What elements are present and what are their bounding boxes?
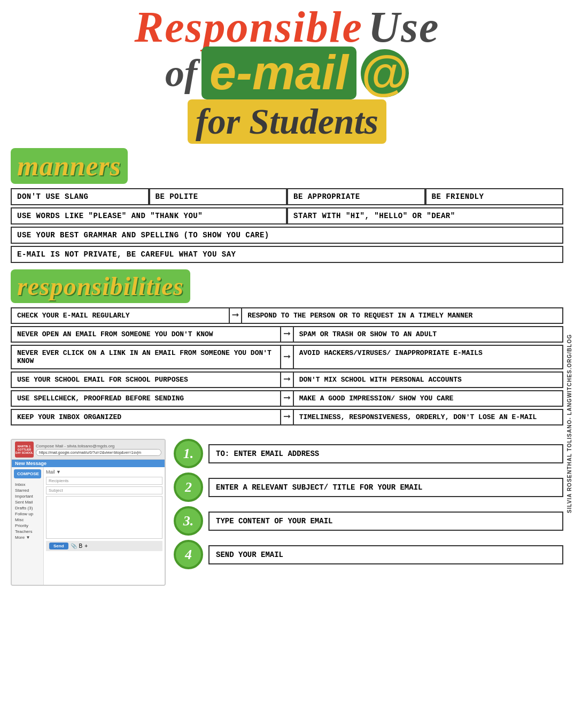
- resp-title-block: responsibilities: [11, 269, 190, 303]
- email-bottom-bar: Send 📎 B +: [46, 541, 162, 551]
- sidebar-important[interactable]: Important: [14, 493, 41, 499]
- step-row-1: 1. TO: ENTER EMAIL ADDRESS: [174, 439, 563, 468]
- resp-row-0: NEVER OPEN AN EMAIL FROM SOMEONE YOU DON…: [11, 326, 563, 343]
- manners-row3: USE YOUR BEST GRAMMAR AND SPELLING (TO S…: [11, 227, 563, 244]
- school-logo-text: MARTIN J. GOTTLIEB DAY SCHOOL: [15, 445, 34, 454]
- resp-left-4: KEEP YOUR INBOX ORGANIZED: [11, 409, 281, 425]
- url-bar: https://mail.google.com/mail/u/0/?ui=2&v…: [36, 449, 161, 456]
- compose-title: Compose Mail - silvia.tolisano@mgds.org: [36, 444, 161, 448]
- title-at-sign: @: [361, 49, 409, 97]
- sidebar-more[interactable]: More ▼: [14, 535, 41, 540]
- manners-section: manners DON'T USE SLANG BE POLITE BE APP…: [0, 144, 574, 263]
- manners-be-appropriate: BE APPROPRIATE: [287, 188, 425, 205]
- recipients-field[interactable]: Recipients: [46, 477, 162, 485]
- manners-title-text: manners: [17, 151, 121, 181]
- title-responsible: Responsible: [134, 5, 362, 49]
- resp-row-3: USE SPELLCHECK, PROOFREAD BEFORE SENDING…: [11, 390, 563, 407]
- step-circle-3: 3.: [174, 506, 203, 536]
- step-circle-4: 4: [174, 540, 203, 569]
- sidebar-priority[interactable]: Priority: [14, 523, 41, 529]
- side-text: SILVIA ROSENTHAL TOLISANO- LANGWITCHES.O…: [567, 321, 574, 513]
- email-topbar: MARTIN J. GOTTLIEB DAY SCHOOL Compose Ma…: [12, 440, 165, 460]
- step-text-1: TO: ENTER EMAIL ADDRESS: [208, 444, 563, 463]
- bottom-section: MARTIN J. GOTTLIEB DAY SCHOOL Compose Ma…: [0, 431, 574, 594]
- resp-check-email: CHECK YOUR E-MAIL REGULARLY: [11, 307, 230, 324]
- sidebar-misc[interactable]: Misc: [14, 517, 41, 523]
- send-button[interactable]: Send: [49, 543, 68, 549]
- resp-respond-timely: RESPOND TO THE PERSON OR TO REQUEST IN A…: [241, 307, 563, 324]
- sidebar-drafts[interactable]: Drafts (3): [14, 505, 41, 511]
- sidebar-inbox[interactable]: Inbox: [14, 482, 41, 487]
- resp-row-1: NEVER EVER CLICK ON A LINK IN AN EMAIL F…: [11, 345, 563, 369]
- resp-left-2: USE YOUR SCHOOL EMAIL FOR SCHOOL PURPOSE…: [11, 371, 281, 388]
- mail-label: Mail ▼: [46, 469, 162, 475]
- manners-please-thankyou: USE WORDS LIKE "PLEASE" AND "THANK YOU": [11, 207, 287, 224]
- arrow-icon-3: ➞: [283, 391, 290, 406]
- step-circle-1: 1.: [174, 439, 203, 468]
- resp-row-2: USE YOUR SCHOOL EMAIL FOR SCHOOL PURPOSE…: [11, 371, 563, 388]
- compose-button[interactable]: COMPOSE: [14, 469, 41, 478]
- resp-right-1: AVOID HACKERS/VIRUSES/ INAPPROPRIATE E-M…: [293, 345, 563, 369]
- resp-right-4: TIMELINESS, RESPONSIVENESS, ORDERLY, DON…: [293, 409, 563, 425]
- manners-be-friendly: BE FRIENDLY: [425, 188, 564, 205]
- resp-right-0: SPAM OR TRASH OR SHOW TO AN ADULT: [293, 326, 563, 343]
- arrow-icon-4: ➞: [283, 410, 290, 424]
- arrow-icon-check: ➞: [232, 308, 239, 323]
- step-row-3: 3. TYPE CONTENT OF YOUR EMAIL: [174, 506, 563, 536]
- resp-rows: NEVER OPEN AN EMAIL FROM SOMEONE YOU DON…: [11, 326, 563, 425]
- sidebar-teachers[interactable]: Teachers: [14, 529, 41, 535]
- arrow-icon-2: ➞: [283, 373, 290, 387]
- resp-left-0: NEVER OPEN AN EMAIL FROM SOMEONE YOU DON…: [11, 326, 281, 343]
- manners-row1: DON'T USE SLANG BE POLITE BE APPROPRIATE…: [11, 188, 563, 205]
- email-main-area: Mail ▼ Recipients Subject Send 📎 B +: [44, 467, 165, 585]
- format-icon[interactable]: B: [79, 543, 83, 549]
- title-for-students: for Students: [188, 99, 386, 144]
- step-circle-2: 2: [174, 473, 203, 502]
- attach-icon[interactable]: 📎: [71, 543, 77, 549]
- header: Responsible Use of e-mail @ for Students: [0, 0, 574, 144]
- subject-field[interactable]: Subject: [46, 486, 162, 494]
- step-row-2: 2 ENTER A RELEVANT SUBJECT/ TITLE FOR YO…: [174, 473, 563, 502]
- compose-area[interactable]: [46, 496, 162, 539]
- manners-dont-slang: DON'T USE SLANG: [11, 188, 149, 205]
- sidebar-starred[interactable]: Starred: [14, 487, 41, 493]
- resp-check-row: CHECK YOUR E-MAIL REGULARLY ➞ RESPOND TO…: [11, 307, 563, 324]
- title-of: of: [165, 54, 197, 92]
- resp-row-4: KEEP YOUR INBOX ORGANIZED ➞ TIMELINESS, …: [11, 409, 563, 425]
- resp-left-3: USE SPELLCHECK, PROOFREAD BEFORE SENDING: [11, 390, 281, 407]
- arrow-icon-1: ➞: [283, 350, 290, 365]
- title-use: Use: [368, 5, 440, 49]
- step-text-4: SEND YOUR EMAIL: [208, 545, 563, 564]
- arrow-icon-0: ➞: [283, 327, 290, 342]
- school-logo: MARTIN J. GOTTLIEB DAY SCHOOL: [15, 442, 34, 458]
- sidebar-followup[interactable]: Follow up: [14, 511, 41, 517]
- step-text-3: TYPE CONTENT OF YOUR EMAIL: [208, 512, 563, 531]
- responsibilities-section: responsibilities CHECK YOUR E-MAIL REGUL…: [0, 265, 574, 425]
- step-row-4: 4 SEND YOUR EMAIL: [174, 540, 563, 569]
- email-body: COMPOSE Inbox Starred Important Sent Mai…: [12, 467, 165, 585]
- email-sidebar: COMPOSE Inbox Starred Important Sent Mai…: [12, 467, 44, 585]
- step-text-2: ENTER A RELEVANT SUBJECT/ TITLE FOR YOUR…: [208, 478, 563, 497]
- new-message-bar: New Message: [12, 460, 165, 467]
- more-icon[interactable]: +: [84, 543, 88, 549]
- manners-title-block: manners: [11, 148, 128, 184]
- manners-row2: USE WORDS LIKE "PLEASE" AND "THANK YOU" …: [11, 207, 563, 224]
- resp-right-2: DON'T MIX SCHOOL WITH PERSONAL ACCOUNTS: [293, 371, 563, 388]
- manners-be-polite: BE POLITE: [149, 188, 288, 205]
- resp-right-3: MAKE A GOOD IMPRESSION/ SHOW YOU CARE: [293, 390, 563, 407]
- steps-section: 1. TO: ENTER EMAIL ADDRESS 2 ENTER A REL…: [174, 439, 563, 586]
- manners-row4: E-MAIL IS NOT PRIVATE, BE CAREFUL WHAT Y…: [11, 246, 563, 263]
- manners-start-with: START WITH "HI", "HELLO" OR "DEAR": [287, 207, 563, 224]
- resp-title-text: responsibilities: [17, 272, 184, 300]
- email-screenshot: MARTIN J. GOTTLIEB DAY SCHOOL Compose Ma…: [11, 439, 166, 586]
- resp-left-1: NEVER EVER CLICK ON A LINK IN AN EMAIL F…: [11, 345, 281, 369]
- title-email: e-mail: [201, 47, 356, 99]
- sidebar-sent[interactable]: Sent Mail: [14, 499, 41, 505]
- manners-grammar: USE YOUR BEST GRAMMAR AND SPELLING (TO S…: [11, 227, 563, 244]
- manners-not-private: E-MAIL IS NOT PRIVATE, BE CAREFUL WHAT Y…: [11, 246, 563, 263]
